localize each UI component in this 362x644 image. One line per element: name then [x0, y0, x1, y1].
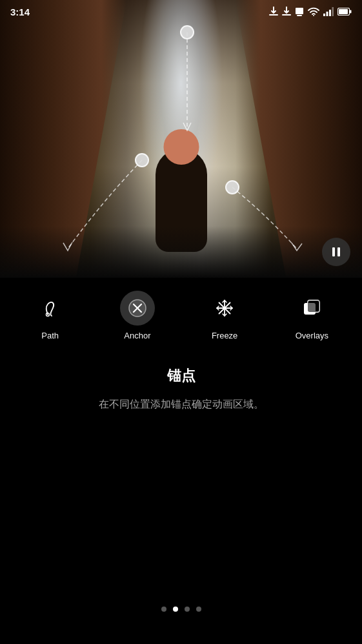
pause-icon: [330, 245, 343, 258]
wifi-icon: [308, 7, 319, 16]
tab-bar: Path Anchor: [0, 278, 362, 347]
freeze-icon-wrap: [207, 291, 242, 326]
path-label: Path: [41, 331, 59, 340]
dot-0[interactable]: [161, 607, 166, 612]
svg-rect-4: [332, 7, 334, 16]
svg-rect-3: [329, 10, 331, 16]
content-description: 在不同位置添加锚点确定动画区域。: [26, 396, 336, 413]
overlays-icon: [301, 298, 322, 318]
anchor-label: Anchor: [124, 331, 150, 340]
tab-overlays[interactable]: Overlays: [286, 291, 337, 340]
svg-rect-7: [339, 9, 348, 14]
content-title: 锚点: [26, 366, 336, 386]
control-point-right[interactable]: [225, 180, 239, 194]
signal-icon: [323, 7, 334, 16]
svg-rect-10: [337, 247, 340, 256]
battery-icon: [337, 8, 352, 16]
path-icon-wrap: [33, 291, 68, 326]
tab-anchor[interactable]: Anchor: [112, 291, 163, 340]
anchor-icon-wrap: [120, 291, 155, 326]
status-icons: [269, 6, 352, 17]
svg-rect-2: [327, 12, 328, 16]
dots-indicator: [0, 607, 362, 612]
anchor-icon: [127, 298, 148, 318]
freeze-label: Freeze: [212, 331, 237, 340]
svg-rect-9: [332, 247, 335, 256]
overlays-label: Overlays: [296, 331, 328, 340]
svg-rect-21: [308, 300, 319, 312]
status-bar: 3:14: [0, 0, 362, 23]
ground-dark: [0, 226, 362, 278]
control-point-top[interactable]: [180, 25, 194, 39]
download-icon-2: [282, 6, 291, 17]
tab-path[interactable]: Path: [25, 291, 76, 340]
dot-3[interactable]: [196, 607, 201, 612]
svg-rect-0: [296, 8, 303, 14]
video-area: [0, 0, 362, 278]
overlays-icon-wrap: [294, 291, 329, 326]
pause-button[interactable]: [322, 238, 350, 266]
control-point-left[interactable]: [135, 153, 149, 167]
content-area: 锚点 在不同位置添加锚点确定动画区域。: [0, 347, 362, 426]
dot-2[interactable]: [185, 607, 190, 612]
freeze-icon: [214, 298, 235, 318]
status-time: 3:14: [10, 6, 30, 17]
svg-rect-6: [350, 10, 352, 14]
dot-1[interactable]: [173, 607, 178, 612]
notification-icon: [295, 6, 304, 17]
tab-freeze[interactable]: Freeze: [199, 291, 250, 340]
svg-rect-1: [323, 14, 325, 16]
person-head: [163, 129, 199, 165]
bottom-panel: Path Anchor: [0, 278, 362, 644]
download-icon-1: [269, 6, 278, 17]
path-icon: [40, 298, 61, 318]
